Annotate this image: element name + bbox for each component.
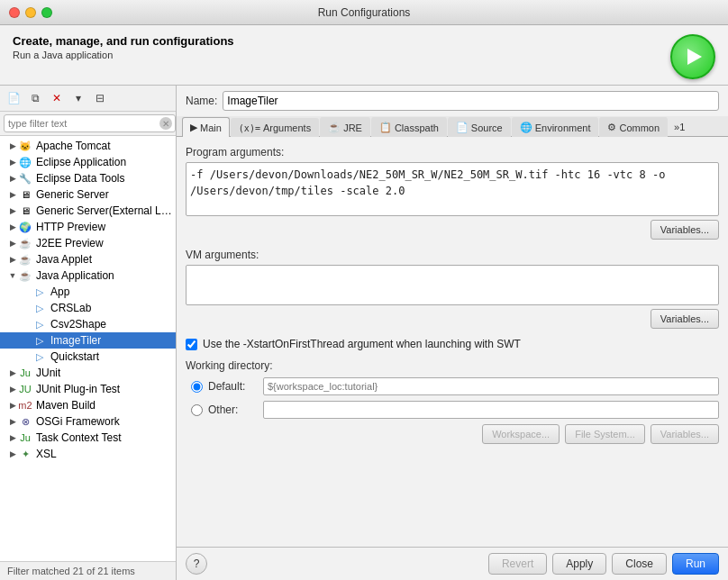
- sidebar-item-j2ee-preview[interactable]: ▶ ☕ J2EE Preview: [0, 235, 176, 251]
- sidebar-item-xsl[interactable]: ▶ ✦ XSL: [0, 446, 176, 462]
- help-icon: ?: [194, 557, 200, 570]
- sidebar-item-eclipse-data-tools[interactable]: ▶ 🔧 Eclipse Data Tools: [0, 170, 176, 186]
- other-radio-row: Other:: [191, 401, 719, 419]
- other-value-input[interactable]: [263, 401, 719, 419]
- duplicate-config-button[interactable]: ⧉: [25, 88, 45, 108]
- default-radio[interactable]: [191, 381, 203, 393]
- apply-button[interactable]: Apply: [552, 553, 606, 575]
- sidebar-item-label: Eclipse Application: [36, 156, 126, 168]
- app-icon: ▷: [32, 285, 47, 299]
- revert-button[interactable]: Revert: [488, 553, 547, 575]
- program-args-area[interactable]: -f /Users/devon/Downloads/NE2_50M_SR_W/N…: [186, 162, 719, 216]
- run-button[interactable]: Run: [672, 553, 719, 575]
- sidebar-item-junit[interactable]: ▶ Ju JUnit: [0, 365, 176, 381]
- sidebar-item-maven-build[interactable]: ▶ m2 Maven Build: [0, 397, 176, 413]
- header: Create, manage, and run configurations R…: [0, 25, 728, 85]
- expand-icon: ▶: [7, 432, 18, 443]
- tab-source-label: Source: [471, 122, 503, 133]
- sidebar-item-csv2shape[interactable]: ▶ ▷ Csv2Shape: [0, 316, 176, 332]
- sidebar-item-java-application[interactable]: ▼ ☕ Java Application: [0, 267, 176, 284]
- sidebar-item-crslab[interactable]: ▶ ▷ CRSLab: [0, 300, 176, 316]
- window-title: Run Configurations: [318, 6, 411, 19]
- tab-common[interactable]: ⚙ Common: [599, 117, 668, 137]
- filter-icon: ▾: [76, 92, 81, 104]
- tab-jre[interactable]: ☕ JRE: [320, 117, 370, 137]
- tab-overflow[interactable]: »1: [669, 118, 690, 136]
- sidebar-item-apache-tomcat[interactable]: ▶ 🐱 Apache Tomcat: [0, 138, 176, 154]
- other-radio-label: Other:: [208, 403, 258, 416]
- imagetiler-icon: ▷: [32, 333, 47, 348]
- sidebar-item-app[interactable]: ▶ ▷ App: [0, 284, 176, 300]
- filter-input[interactable]: [4, 114, 176, 132]
- classpath-tab-icon: 📋: [379, 122, 392, 133]
- collapse-all-button[interactable]: ⊟: [90, 88, 110, 108]
- bottom-bar: ? Revert Apply Close Run: [177, 547, 728, 580]
- sidebar-item-label: Eclipse Data Tools: [36, 172, 125, 185]
- sidebar-item-label: Task Context Test: [36, 431, 122, 444]
- tab-overflow-label: »1: [674, 122, 685, 132]
- other-radio[interactable]: [191, 404, 203, 416]
- name-row: Name:: [177, 86, 728, 116]
- name-input[interactable]: [223, 91, 719, 111]
- delete-config-button[interactable]: ✕: [47, 88, 67, 108]
- expand-icon: ▶: [7, 400, 18, 411]
- server-icon: 🖥: [18, 187, 32, 202]
- java-app-icon: ☕: [18, 268, 32, 283]
- xstart-checkbox[interactable]: [186, 339, 197, 350]
- sidebar-item-eclipse-application[interactable]: ▶ 🌐 Eclipse Application: [0, 154, 176, 170]
- default-value-input[interactable]: [263, 377, 719, 395]
- close-window-button[interactable]: [9, 7, 20, 18]
- junit-plugin-icon: JU: [18, 382, 32, 396]
- java-applet-icon: ☕: [18, 252, 32, 267]
- server-ext-icon: 🖥: [18, 204, 32, 218]
- tab-environment[interactable]: 🌐 Environment: [512, 117, 599, 137]
- sidebar-item-generic-server[interactable]: ▶ 🖥 Generic Server: [0, 186, 176, 203]
- vm-variables-button[interactable]: Variables...: [651, 309, 719, 329]
- sidebar-item-label: Generic Server: [36, 188, 109, 201]
- sidebar-item-java-applet[interactable]: ▶ ☕ Java Applet: [0, 251, 176, 267]
- osgi-icon: ⊗: [18, 414, 32, 429]
- eclipse-icon: 🌐: [18, 155, 32, 169]
- junit-icon: Ju: [18, 366, 32, 380]
- expand-icon: ▼: [7, 270, 18, 281]
- common-tab-icon: ⚙: [607, 122, 616, 133]
- tab-source[interactable]: 📄 Source: [448, 117, 511, 137]
- maven-icon: m2: [18, 398, 32, 412]
- sidebar-item-task-context-test[interactable]: ▶ Ju Task Context Test: [0, 430, 176, 446]
- working-dir-variables-button[interactable]: Variables...: [651, 424, 719, 444]
- expand-icon: ▶: [7, 367, 18, 378]
- new-config-button[interactable]: 📄: [4, 88, 23, 108]
- sidebar-item-imagetiler[interactable]: ▶ ▷ ImageTiler: [0, 332, 176, 349]
- tab-classpath-label: Classpath: [395, 122, 439, 133]
- sidebar-item-label: HTTP Preview: [36, 221, 105, 233]
- tab-arguments[interactable]: (x)= Arguments: [231, 118, 319, 137]
- sidebar-item-junit-plugin[interactable]: ▶ JU JUnit Plug-in Test: [0, 381, 176, 397]
- program-args-variables-button[interactable]: Variables...: [651, 220, 719, 240]
- xsl-icon: ✦: [18, 447, 32, 461]
- workspace-button[interactable]: Workspace...: [482, 424, 560, 444]
- filter-config-button[interactable]: ▾: [68, 88, 88, 108]
- collapse-icon: ⊟: [96, 92, 105, 104]
- expand-icon: ▶: [7, 189, 18, 200]
- help-button[interactable]: ?: [186, 553, 207, 575]
- tab-main[interactable]: ▶ Main: [182, 117, 230, 137]
- file-system-button[interactable]: File System...: [565, 424, 645, 444]
- sidebar-item-generic-server-ext[interactable]: ▶ 🖥 Generic Server(External Li...: [0, 203, 176, 219]
- sidebar-footer: Filter matched 21 of 21 items: [0, 561, 176, 580]
- run-config-button[interactable]: [670, 34, 715, 79]
- bottom-left: ?: [186, 553, 207, 575]
- minimize-window-button[interactable]: [25, 7, 36, 18]
- tab-classpath[interactable]: 📋 Classpath: [371, 117, 447, 137]
- content-area: 📄 ⧉ ✕ ▾ ⊟ ✕: [0, 85, 728, 580]
- task-context-icon: Ju: [18, 430, 32, 445]
- sidebar-item-http-preview[interactable]: ▶ 🌍 HTTP Preview: [0, 219, 176, 235]
- main-tab-icon: ▶: [190, 122, 197, 133]
- close-button[interactable]: Close: [612, 553, 667, 575]
- window-controls[interactable]: [9, 7, 52, 18]
- sidebar-item-osgi-framework[interactable]: ▶ ⊗ OSGi Framework: [0, 413, 176, 430]
- filter-clear-button[interactable]: ✕: [159, 117, 172, 130]
- header-text: Create, manage, and run configurations R…: [13, 34, 234, 60]
- maximize-window-button[interactable]: [41, 7, 52, 18]
- vm-args-area[interactable]: [186, 265, 719, 305]
- sidebar-item-quickstart[interactable]: ▶ ▷ Quickstart: [0, 349, 176, 365]
